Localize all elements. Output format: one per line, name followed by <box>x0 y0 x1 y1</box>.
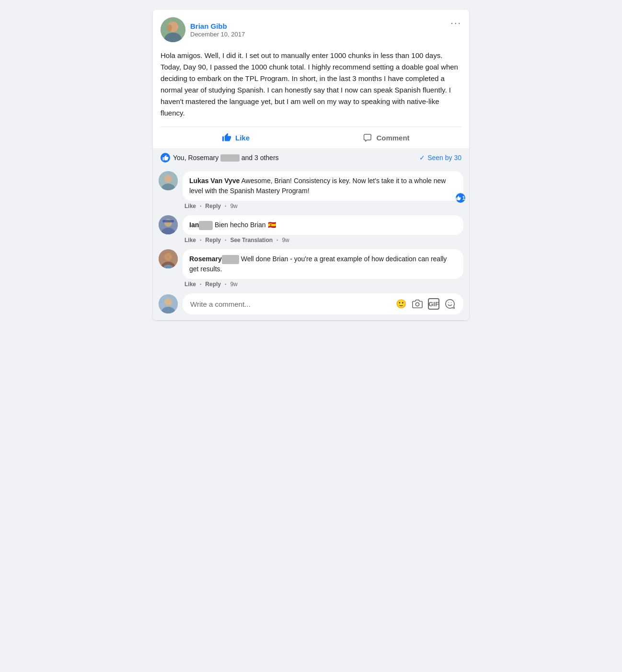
commenter-avatar-1 <box>159 171 178 190</box>
emoji-icon[interactable]: 🙂 <box>395 298 407 310</box>
post-card: Brian Gibb December 10, 2017 ··· Hola am… <box>153 10 469 320</box>
blurred-name-2 <box>199 221 213 231</box>
reaction-count-1: 1 <box>462 194 465 202</box>
comment-author-3[interactable]: Rosemary <box>189 255 222 263</box>
comment-bubble-1: Lukas Van Vyve Awesome, Brian! Consisten… <box>183 171 463 201</box>
comments-section: Lukas Van Vyve Awesome, Brian! Consisten… <box>153 167 469 320</box>
reaction-thumb-circle <box>161 153 170 162</box>
author-avatar <box>161 17 185 42</box>
comment-like-2[interactable]: Like <box>184 237 196 243</box>
post-body: Hola amigos. Well, I did it. I set out t… <box>153 46 469 127</box>
commenter-avatar-2 <box>159 215 178 234</box>
action-bar: Like Comment <box>153 127 469 148</box>
svg-point-3 <box>167 24 172 31</box>
comment-actions-2: Like · Reply · See Translation · 9w <box>183 235 463 243</box>
seen-by-text: Seen by 30 <box>427 154 461 162</box>
comment-author-1[interactable]: Lukas Van Vyve <box>189 177 240 185</box>
comment-label: Comment <box>376 134 409 142</box>
seen-by[interactable]: ✓ Seen by 30 <box>419 154 461 162</box>
comment-button[interactable]: Comment <box>311 129 461 146</box>
comment-reaction-badge-1: 1 <box>455 192 466 204</box>
thumbs-up-icon <box>222 133 231 142</box>
comment-actions-1: Like · Reply · 9w <box>183 201 463 209</box>
comment-bubble-2: Ian Bien hecho Brian 🇪🇸 <box>183 215 463 235</box>
svg-point-12 <box>164 253 172 261</box>
comment-reply-1[interactable]: Reply <box>205 203 221 209</box>
small-thumbs-up-icon <box>162 155 169 161</box>
comment-item: Lukas Van Vyve Awesome, Brian! Consisten… <box>159 171 463 209</box>
comment-bubble-3: Rosemary Well done Brian - you're a grea… <box>183 249 463 279</box>
current-user-avatar <box>159 294 178 313</box>
more-options-button[interactable]: ··· <box>450 17 461 28</box>
commenter-avatar-3 <box>159 249 178 268</box>
author-name[interactable]: Brian Gibb <box>190 22 461 31</box>
badge-thumb-icon <box>456 196 461 201</box>
gif-icon[interactable]: GIF <box>428 298 439 310</box>
comment-bubble-wrapper-2: Ian Bien hecho Brian 🇪🇸 Like · Reply · S… <box>183 215 463 243</box>
comment-like-1[interactable]: Like <box>184 203 196 209</box>
comment-item-2: Ian Bien hecho Brian 🇪🇸 Like · Reply · S… <box>159 215 463 243</box>
camera-icon[interactable] <box>412 298 423 310</box>
svg-rect-10 <box>162 220 174 222</box>
comment-time-3: 9w <box>230 281 237 288</box>
like-label: Like <box>235 134 250 142</box>
author-info: Brian Gibb December 10, 2017 <box>190 22 461 38</box>
comment-bubble-wrapper-3: Rosemary Well done Brian - you're a grea… <box>183 249 463 288</box>
write-comment-area: Write a comment... 🙂 GIF <box>159 293 463 314</box>
comment-item-3: Rosemary Well done Brian - you're a grea… <box>159 249 463 288</box>
comment-placeholder: Write a comment... <box>190 300 251 308</box>
reactions-text: You, Rosemary and 3 others <box>173 154 279 162</box>
svg-point-18 <box>415 302 419 306</box>
svg-point-16 <box>164 298 172 306</box>
comment-reply-2[interactable]: Reply <box>205 237 221 243</box>
comment-actions-3: Like · Reply · 9w <box>183 279 463 288</box>
comment-time-2: 9w <box>282 237 289 243</box>
comment-text-2: Bien hecho Brian 🇪🇸 <box>213 221 276 229</box>
post-date: December 10, 2017 <box>190 31 461 38</box>
comment-input-icons: 🙂 GIF <box>395 298 456 310</box>
sticker-icon[interactable] <box>444 298 456 310</box>
svg-point-5 <box>164 175 172 183</box>
blurred-name-3 <box>222 255 239 265</box>
comment-input-box[interactable]: Write a comment... 🙂 GIF <box>183 293 463 314</box>
comment-time-1: 9w <box>230 203 237 209</box>
comment-bubble-wrapper-1: Lukas Van Vyve Awesome, Brian! Consisten… <box>183 171 463 209</box>
see-translation-link[interactable]: See Translation <box>230 237 273 243</box>
comment-like-3[interactable]: Like <box>184 281 196 288</box>
checkmark-icon: ✓ <box>419 154 425 162</box>
like-button[interactable]: Like <box>161 129 311 146</box>
comment-author-2[interactable]: Ian <box>189 221 199 229</box>
comment-icon <box>363 133 372 142</box>
post-header: Brian Gibb December 10, 2017 ··· <box>153 10 469 46</box>
comment-reply-3[interactable]: Reply <box>205 281 221 288</box>
blurred-name <box>220 154 240 162</box>
reactions-bar: You, Rosemary and 3 others ✓ Seen by 30 <box>153 148 469 167</box>
reactions-left[interactable]: You, Rosemary and 3 others <box>161 153 279 162</box>
